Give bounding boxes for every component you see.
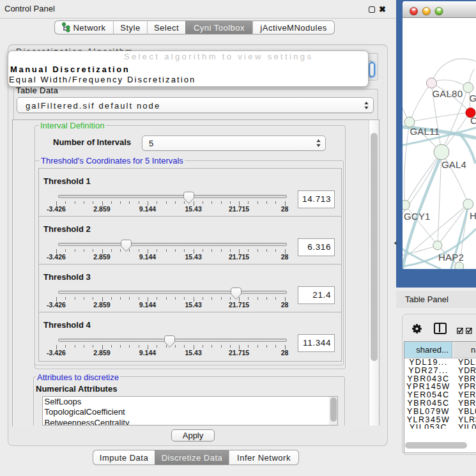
svg-text:GAL80: GAL80 [433, 88, 463, 99]
svg-text:GAL4: GAL4 [441, 159, 466, 170]
svg-text:GAL11: GAL11 [410, 126, 440, 137]
svg-text:HA: HA [470, 210, 476, 221]
svg-text:HAP2: HAP2 [438, 252, 464, 263]
svg-text:GCY1: GCY1 [404, 211, 431, 222]
svg-text:GA: GA [470, 93, 476, 104]
svg-text:CY: CY [470, 115, 476, 126]
